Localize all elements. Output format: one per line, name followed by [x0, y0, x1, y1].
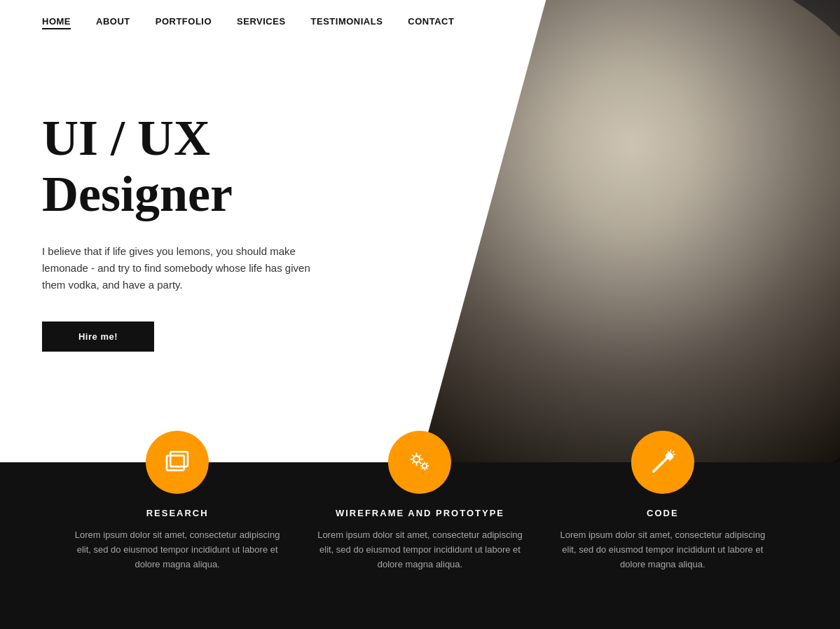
services-section: RESEARCH Lorem ipsum dolor sit amet, con…	[0, 462, 840, 629]
service-research: RESEARCH Lorem ipsum dolor sit amet, con…	[72, 462, 282, 572]
svg-point-6	[669, 453, 672, 456]
research-desc: Lorem ipsum dolor sit amet, consectetur …	[72, 528, 282, 572]
svg-rect-1	[170, 452, 188, 466]
hire-me-button[interactable]: Hire me!	[42, 322, 154, 352]
gears-icon	[404, 447, 435, 478]
svg-point-2	[414, 456, 420, 462]
hero-section: UI / UX Designer I believe that if life …	[0, 0, 840, 462]
hero-title: UI / UX Designer	[42, 111, 420, 221]
hero-title-line1: UI / UX	[42, 110, 210, 166]
main-nav: HOME ABOUT PORTFOLIO SERVICES TESTIMONIA…	[0, 0, 840, 42]
wireframe-title: WIREFRAME AND PROTOTYPE	[336, 508, 504, 518]
research-icon-circle	[146, 431, 209, 494]
nav-item-home[interactable]: HOME	[42, 15, 71, 27]
svg-point-3	[422, 464, 427, 468]
svg-line-4	[654, 457, 668, 471]
research-title: RESEARCH	[146, 508, 209, 518]
svg-line-9	[673, 451, 674, 452]
nav-item-testimonials[interactable]: TESTIMONIALS	[311, 15, 383, 27]
svg-rect-0	[167, 455, 184, 470]
hero-subtitle: I believe that if life gives you lemons,…	[42, 243, 336, 293]
nav-item-portfolio[interactable]: PORTFOLIO	[156, 15, 212, 27]
wireframe-desc: Lorem ipsum dolor sit amet, consectetur …	[315, 528, 525, 572]
code-title: CODE	[647, 508, 679, 518]
service-code: CODE Lorem ipsum dolor sit amet, consect…	[558, 462, 768, 572]
wand-icon	[647, 447, 678, 478]
hero-content: UI / UX Designer I believe that if life …	[0, 0, 462, 462]
hero-title-line2: Designer	[42, 166, 233, 222]
nav-item-about[interactable]: ABOUT	[96, 15, 130, 27]
service-wireframe: WIREFRAME AND PROTOTYPE Lorem ipsum dolo…	[315, 462, 525, 572]
code-desc: Lorem ipsum dolor sit amet, consectetur …	[558, 528, 768, 572]
layers-icon	[162, 447, 193, 478]
code-icon-circle	[631, 431, 694, 494]
nav-links: HOME ABOUT PORTFOLIO SERVICES TESTIMONIA…	[42, 15, 454, 27]
svg-line-10	[668, 451, 669, 452]
nav-item-services[interactable]: SERVICES	[237, 15, 286, 27]
nav-item-contact[interactable]: CONTACT	[408, 15, 454, 27]
wireframe-icon-circle	[388, 431, 451, 494]
